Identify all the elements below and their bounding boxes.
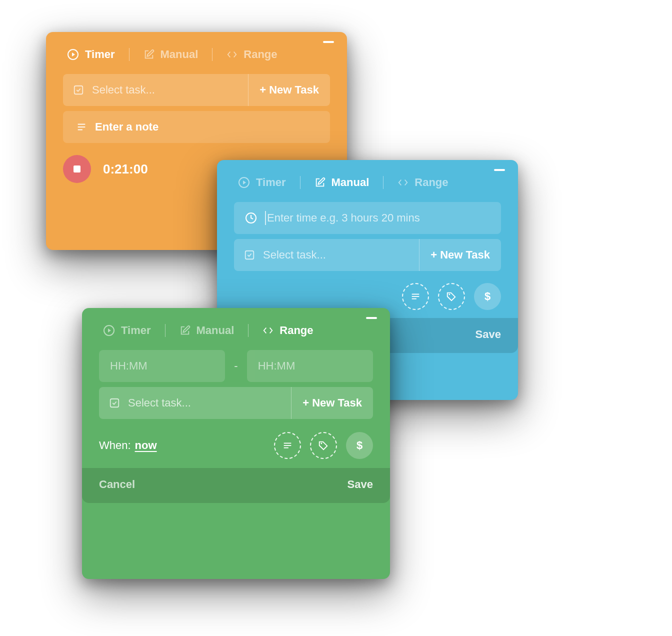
note-row[interactable]: Enter a note (63, 111, 330, 143)
tab-timer-label: Timer (256, 176, 286, 189)
new-task-label: + New Task (302, 396, 362, 410)
range-card: Timer Manual Range HH:MM - (82, 308, 390, 579)
range-end-input[interactable]: HH:MM (247, 350, 373, 382)
billable-button[interactable]: $ (346, 432, 373, 459)
note-placeholder: Enter a note (95, 120, 158, 134)
dollar-icon: $ (484, 290, 490, 303)
tab-manual-label: Manual (332, 176, 370, 189)
range-separator: - (232, 360, 240, 372)
task-select-row: Select task... + New Task (99, 387, 373, 419)
tag-icon (446, 291, 457, 302)
range-start-input[interactable]: HH:MM (99, 350, 225, 382)
range-icon (262, 325, 274, 336)
task-select-row: Select task... + New Task (234, 239, 501, 271)
billable-button[interactable]: $ (474, 283, 501, 310)
when-label: When: (99, 439, 131, 452)
task-select-placeholder[interactable]: Select task... (263, 248, 326, 262)
when-row: When: now $ (82, 424, 390, 468)
checkbox-icon (244, 250, 255, 260)
new-task-button[interactable]: + New Task (419, 239, 501, 271)
play-circle-icon (238, 176, 250, 188)
tab-separator (129, 48, 130, 61)
note-button[interactable] (274, 432, 301, 459)
minimize-button[interactable] (366, 317, 377, 319)
text-cursor (265, 211, 266, 225)
new-task-button[interactable]: + New Task (291, 387, 373, 419)
tab-range-label: Range (244, 48, 277, 61)
when-value[interactable]: now (135, 439, 157, 452)
svg-point-11 (449, 294, 450, 296)
note-lines-icon (410, 291, 421, 302)
tab-manual[interactable]: Manual (140, 46, 202, 63)
tab-separator (300, 176, 300, 189)
task-select-row: Select task... + New Task (63, 74, 330, 106)
svg-rect-1 (74, 86, 83, 94)
tab-manual[interactable]: Manual (176, 322, 238, 339)
tab-separator (212, 48, 212, 61)
play-circle-icon (67, 48, 79, 60)
range-end-placeholder: HH:MM (258, 360, 296, 372)
svg-point-17 (321, 443, 322, 444)
save-button[interactable]: Save (348, 478, 373, 491)
cancel-button[interactable]: Cancel (99, 478, 135, 491)
tag-button[interactable] (438, 283, 465, 310)
clock-icon (245, 212, 257, 224)
tab-range[interactable]: Range (222, 46, 281, 63)
mode-tabs: Timer Manual Range (46, 32, 347, 69)
tab-range-label: Range (414, 176, 448, 189)
range-icon (226, 49, 238, 60)
stop-button[interactable] (63, 155, 91, 183)
tab-timer[interactable]: Timer (63, 46, 119, 63)
mode-tabs: Timer Manual Range (217, 160, 518, 197)
tab-range[interactable]: Range (258, 322, 317, 339)
tab-separator (248, 324, 248, 337)
elapsed-time: 0:21:00 (103, 162, 148, 177)
new-task-button[interactable]: + New Task (248, 74, 330, 106)
tab-timer-label: Timer (121, 324, 151, 337)
tab-timer[interactable]: Timer (99, 322, 155, 339)
new-task-label: + New Task (260, 84, 319, 96)
tag-icon (318, 440, 329, 451)
mode-tabs: Timer Manual Range (82, 308, 390, 345)
edit-icon (144, 49, 154, 60)
note-button[interactable] (402, 283, 429, 310)
task-select-placeholder[interactable]: Select task... (92, 84, 155, 96)
svg-rect-13 (110, 399, 119, 408)
save-button[interactable]: Save (476, 328, 501, 341)
tab-range-label: Range (280, 324, 313, 337)
tab-manual-label: Manual (160, 48, 198, 61)
play-circle-icon (103, 324, 115, 336)
action-icons: $ (274, 432, 373, 459)
checkbox-icon (73, 84, 84, 96)
tab-timer[interactable]: Timer (234, 174, 290, 191)
minimize-button[interactable] (494, 169, 505, 171)
dollar-icon: $ (356, 439, 362, 452)
time-input[interactable]: Enter time e.g. 3 hours 20 mins (234, 202, 501, 234)
note-lines-icon (282, 440, 293, 451)
new-task-label: + New Task (430, 248, 490, 262)
range-icon (398, 177, 408, 188)
tab-separator (165, 324, 166, 337)
checkbox-icon (109, 398, 120, 408)
note-lines-icon (76, 122, 87, 132)
tab-timer-label: Timer (85, 48, 115, 61)
range-start-placeholder: HH:MM (110, 360, 148, 372)
card-footer: Cancel Save (82, 468, 390, 503)
time-range-row: HH:MM - HH:MM (99, 350, 373, 382)
tab-separator (383, 176, 384, 189)
tab-manual-label: Manual (196, 324, 234, 337)
edit-icon (180, 325, 190, 336)
svg-rect-7 (246, 251, 254, 260)
tab-manual[interactable]: Manual (310, 174, 374, 191)
stop-icon (74, 166, 80, 172)
time-input-placeholder: Enter time e.g. 3 hours 20 mins (267, 212, 420, 224)
minimize-button[interactable] (323, 41, 334, 43)
tab-range[interactable]: Range (394, 174, 452, 191)
edit-icon (314, 177, 326, 188)
task-select-placeholder[interactable]: Select task... (128, 396, 191, 410)
tag-button[interactable] (310, 432, 337, 459)
